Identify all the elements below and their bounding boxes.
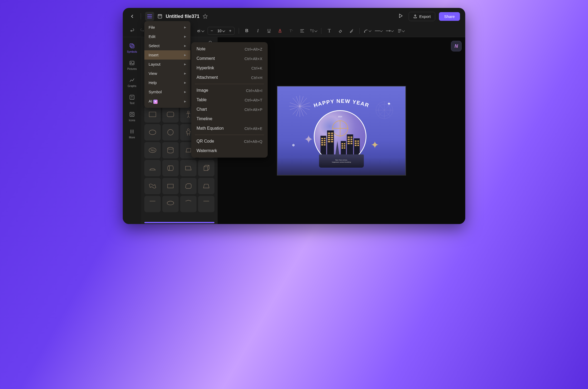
font-color-button[interactable]: A <box>276 27 284 35</box>
menu-item-help[interactable]: Help▶ <box>144 78 190 87</box>
play-button[interactable] <box>396 12 405 21</box>
shape-ellipse[interactable] <box>144 124 161 140</box>
menu-item-ai[interactable]: AI✦▶ <box>144 96 190 106</box>
svg-point-28 <box>130 131 131 132</box>
chevron-right-icon: ▶ <box>184 81 186 84</box>
shape-yes-bubble[interactable]: Yes <box>144 142 161 158</box>
align-button[interactable] <box>298 27 306 35</box>
shape-partial-1[interactable] <box>144 196 161 212</box>
export-button[interactable]: Export <box>409 12 435 21</box>
save-button[interactable] <box>157 14 163 19</box>
svg-rect-19 <box>130 61 134 65</box>
hamburger-icon <box>147 14 152 18</box>
submenu-item-chart[interactable]: ChartCtrl+Alt+P <box>191 105 268 114</box>
back-button[interactable] <box>128 12 136 21</box>
shape-rect[interactable] <box>144 106 161 123</box>
submenu-item-attachment[interactable]: AttachmentCtrl+H <box>191 73 268 82</box>
shape-segment[interactable] <box>144 160 161 176</box>
chevron-down-icon <box>369 29 372 32</box>
font-size-value[interactable]: 10 <box>216 29 226 33</box>
shape-cube[interactable] <box>198 160 214 176</box>
share-button[interactable]: Share <box>439 12 460 21</box>
shape-cylinder[interactable] <box>162 142 179 158</box>
submenu-item-note[interactable]: NoteCtrl+Alt+Z <box>191 44 268 54</box>
shape-hexagon[interactable] <box>180 178 197 194</box>
yes-label: Yes <box>150 149 155 152</box>
sidebar-item-pictures[interactable]: Pictures <box>124 57 140 72</box>
submenu-item-image[interactable]: ImageCtrl+Alt+I <box>191 86 268 95</box>
shape-trapezoid-2[interactable] <box>180 160 197 176</box>
svg-point-39 <box>149 130 156 135</box>
greeting-card[interactable]: ✦ ❄ ✦ ✦ HAPPY NEW YEAR 2024 <box>277 86 406 176</box>
menu-item-view[interactable]: View▶ <box>144 69 190 78</box>
submenu-item-qr-code[interactable]: QR CodeCtrl+Alt+Q <box>191 137 268 146</box>
svg-point-46 <box>167 201 174 205</box>
panel-scrollbar[interactable] <box>144 222 214 223</box>
submenu-item-watermark[interactable]: Watermark <box>191 146 268 155</box>
svg-point-33 <box>133 133 134 133</box>
chevron-right-icon: ▶ <box>184 35 186 38</box>
globe-base: New Year arrives, happiness comes knocki… <box>319 154 364 168</box>
undo-button[interactable] <box>128 27 135 35</box>
sidebar-item-more[interactable]: More <box>124 126 140 141</box>
underline-button[interactable]: U <box>265 27 273 35</box>
separator <box>359 28 360 34</box>
shape-wave[interactable] <box>144 178 161 194</box>
sidebar-item-symbols[interactable]: Symbols <box>124 40 140 55</box>
list-style-button[interactable] <box>397 27 404 35</box>
decrease-size-button[interactable]: − <box>208 27 216 35</box>
menu-item-symbol[interactable]: Symbol▶ <box>144 87 190 96</box>
increase-size-button[interactable]: + <box>226 27 234 35</box>
shape-circle[interactable] <box>162 124 179 140</box>
svg-line-56 <box>296 96 300 106</box>
font-family-select[interactable]: ei <box>197 29 204 33</box>
italic-button[interactable]: I <box>254 27 262 35</box>
separator <box>321 28 321 34</box>
svg-point-31 <box>130 133 131 133</box>
ai-assistant-button[interactable]: N <box>451 41 462 51</box>
shape-rect-2[interactable] <box>162 178 179 194</box>
sidebar-item-graphs[interactable]: Graphs <box>124 75 140 90</box>
line-spacing-button[interactable]: T <box>310 27 317 35</box>
menu-item-select[interactable]: Select▶ <box>144 41 190 50</box>
shortcut-label: Ctrl+Alt+E <box>244 126 262 131</box>
chevron-right-icon: ▶ <box>184 63 186 66</box>
submenu-item-hyperlink[interactable]: HyperlinkCtrl+K <box>191 63 268 73</box>
shortcut-label: Ctrl+K <box>251 66 262 70</box>
menu-item-file[interactable]: File▶ <box>144 23 190 32</box>
submenu-item-comment[interactable]: CommentCtrl+Alt+X <box>191 54 268 63</box>
divider <box>141 13 141 20</box>
line-style-button[interactable] <box>375 27 382 35</box>
connector-button[interactable] <box>364 27 371 35</box>
sidebar-item-icons[interactable]: Icons <box>124 109 140 124</box>
submenu-item-math-equation[interactable]: Math EquationCtrl+Alt+E <box>191 124 268 133</box>
shape-partial-3[interactable] <box>180 196 197 212</box>
shape-rounded-rect[interactable] <box>162 106 179 123</box>
shape-partial-4[interactable] <box>198 196 214 212</box>
sidebar-item-text[interactable]: T Text <box>124 92 140 107</box>
filename[interactable]: Untitled file371 <box>166 14 199 19</box>
submenu-item-table[interactable]: TableCtrl+Alt+T <box>191 95 268 105</box>
shape-cylinder-h[interactable] <box>162 160 179 176</box>
eyedropper-button[interactable] <box>348 27 355 35</box>
svg-rect-18 <box>130 44 133 47</box>
bold-button[interactable]: B <box>243 27 251 35</box>
shape-partial-2[interactable] <box>162 196 179 212</box>
shape-trapezoid-3[interactable] <box>198 178 214 194</box>
text-tool-button[interactable]: T <box>326 27 333 35</box>
menu-item-layout[interactable]: Layout▶ <box>144 60 190 69</box>
shortcut-label: Ctrl+Alt+Q <box>244 139 262 144</box>
main-menu-dropdown: File▶Edit▶Select▶Insert▶Layout▶View▶Help… <box>144 21 190 108</box>
svg-point-38 <box>187 111 189 113</box>
eraser-button[interactable] <box>337 27 344 35</box>
svg-line-3 <box>292 30 293 31</box>
clear-format-button[interactable]: T <box>287 27 295 35</box>
arrow-style-button[interactable] <box>386 27 393 35</box>
menu-item-edit[interactable]: Edit▶ <box>144 32 190 41</box>
sidebar-item-label: Graphs <box>128 85 136 87</box>
icons-icon <box>129 111 135 118</box>
favorite-button[interactable] <box>203 14 208 19</box>
menu-item-insert[interactable]: Insert▶ <box>144 50 190 60</box>
main-menu-button[interactable] <box>145 12 154 21</box>
submenu-item-timeline[interactable]: Timeline <box>191 114 268 124</box>
